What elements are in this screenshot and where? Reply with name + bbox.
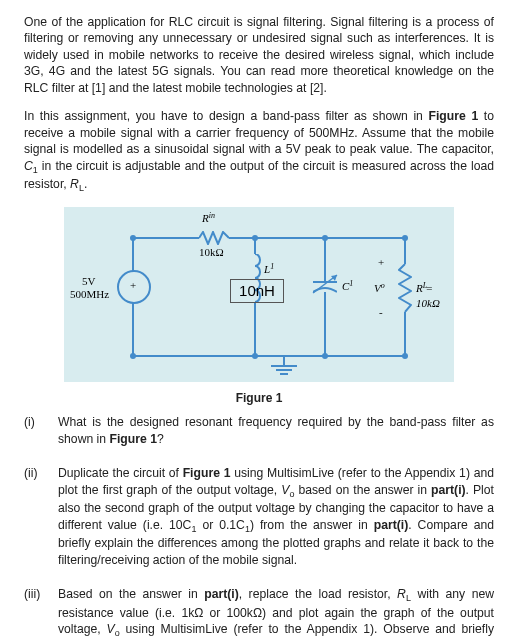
question-body: Duplicate the circuit of Figure 1 using …	[58, 465, 494, 568]
question-body: What is the designed resonant frequency …	[58, 414, 494, 447]
question-body: Based on the answer in part(i), replace …	[58, 586, 494, 640]
text: ) from the answer in	[250, 518, 374, 532]
text: Based on the answer in	[58, 587, 204, 601]
figure-ref: Figure 1	[429, 109, 479, 123]
resistor-rl-icon	[398, 264, 414, 312]
intro-paragraph-2: In this assignment, you have to design a…	[24, 108, 494, 195]
question-iii: (iii) Based on the answer in part(i), re…	[24, 586, 494, 640]
intro-paragraph-1: One of the application for RLC circuit i…	[24, 14, 494, 96]
text: , replace the load resistor,	[239, 587, 397, 601]
vo-minus: -	[379, 305, 383, 320]
text: in the circuit is adjustable and the out…	[24, 159, 494, 192]
l1-value-box: 10nH	[230, 279, 284, 303]
symbol-R: R	[397, 587, 406, 601]
question-number: (i)	[24, 414, 58, 447]
text: ?	[157, 432, 164, 446]
rl-label: RL = 10kΩ	[416, 281, 454, 311]
part-ref: part(i)	[374, 518, 409, 532]
source-plus: +	[130, 278, 136, 293]
question-number: (ii)	[24, 465, 58, 568]
text: or 0.1C	[196, 518, 244, 532]
figure-ref: Figure 1	[183, 466, 231, 480]
part-ref: part(i)	[204, 587, 239, 601]
figure-ref: Figure 1	[110, 432, 157, 446]
source-frequency: 500MHz	[70, 287, 109, 302]
text: .	[84, 177, 87, 191]
text: In this assignment, you have to design a…	[24, 109, 429, 123]
figure-1: + 5V 500MHz Rin 10kΩ L1 10nH C1 + Vo -	[24, 207, 494, 406]
symbol-R: R	[70, 177, 79, 191]
question-i: (i) What is the designed resonant freque…	[24, 414, 494, 447]
c1-label: C1	[342, 279, 349, 294]
symbol-V: V	[107, 622, 115, 636]
symbol-C: C	[24, 159, 33, 173]
vo-plus: +	[378, 255, 384, 270]
rin-value: 10kΩ	[199, 245, 224, 260]
text: using MultisimLive (refer to the Appendi…	[58, 622, 494, 640]
question-number: (iii)	[24, 586, 58, 640]
figure-caption: Figure 1	[236, 390, 283, 406]
part-ref: part(i)	[431, 483, 466, 497]
text: based on the answer in	[294, 483, 431, 497]
vo-label: Vo	[374, 281, 381, 296]
question-ii: (ii) Duplicate the circuit of Figure 1 u…	[24, 465, 494, 568]
text: Duplicate the circuit of	[58, 466, 183, 480]
circuit-diagram: + 5V 500MHz Rin 10kΩ L1 10nH C1 + Vo -	[64, 207, 454, 382]
l1-label: L1	[264, 262, 270, 277]
rin-label: Rin	[202, 211, 209, 226]
